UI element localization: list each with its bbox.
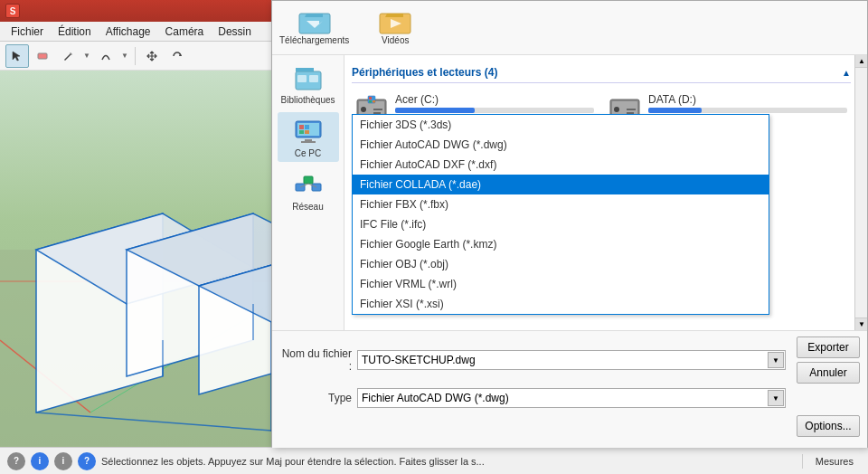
menu-camera[interactable]: Caméra [158, 24, 212, 40]
export-buttons: Exporter Annuler [791, 337, 860, 384]
file-sidebar: Bibliothèques [272, 55, 344, 330]
status-icon-2[interactable]: i [31, 452, 49, 470]
status-icon-4[interactable]: ? [78, 452, 96, 470]
svg-rect-0 [38, 53, 47, 59]
status-icon-3[interactable]: i [54, 452, 72, 470]
type-input-wrap: Fichier AutoCAD DWG (*.dwg) ▼ [357, 388, 786, 408]
type-label: Type [279, 392, 352, 404]
file-nav-area: Téléchargements Vidéos [272, 1, 867, 55]
filename-input-wrap: ▼ [357, 350, 786, 370]
status-divider [802, 454, 803, 469]
dropdown-item-4[interactable]: Fichier FBX (*.fbx) [353, 194, 769, 214]
filename-input[interactable] [357, 350, 786, 370]
svg-rect-25 [297, 75, 307, 82]
dropdown-item-5[interactable]: IFC File (*.ifc) [353, 214, 769, 234]
svg-rect-43 [373, 109, 382, 110]
sidebar-network[interactable]: Réseau [278, 166, 339, 215]
downloads-folder[interactable]: Téléchargements [279, 6, 349, 45]
filename-row: Nom du fichier : ▼ Exporter Annuler [279, 337, 860, 384]
app-icon: S [5, 4, 20, 18]
scroll-down-btn[interactable]: ▼ [855, 318, 867, 330]
svg-rect-33 [305, 139, 312, 141]
svg-rect-46 [369, 97, 372, 100]
dropdown-item-2[interactable]: Fichier AutoCAD DXF (*.dxf) [353, 155, 769, 175]
export-button[interactable]: Exporter [797, 337, 860, 358]
dropdown-item-7[interactable]: Fichier OBJ (*.obj) [353, 254, 769, 274]
cancel-button[interactable]: Annuler [797, 362, 860, 384]
svg-rect-34 [301, 141, 316, 143]
svg-rect-29 [299, 125, 304, 129]
arc-dropdown[interactable]: ▼ [119, 44, 130, 68]
filename-arrow[interactable]: ▼ [768, 352, 784, 368]
svg-rect-24 [296, 68, 314, 71]
scroll-up-btn[interactable]: ▲ [855, 55, 867, 68]
move-tool[interactable] [140, 44, 164, 68]
rotate-tool[interactable] [165, 44, 189, 68]
separator-1 [135, 47, 136, 65]
drive-c-bar [395, 108, 475, 113]
svg-rect-47 [373, 97, 375, 100]
svg-rect-30 [305, 125, 309, 129]
svg-rect-31 [299, 130, 304, 134]
menu-affichage[interactable]: Affichage [99, 24, 158, 40]
type-arrow[interactable]: ▼ [768, 390, 784, 406]
svg-rect-49 [373, 100, 375, 103]
type-dropdown[interactable]: Fichier 3DS (*.3ds) Fichier AutoCAD DWG … [352, 114, 769, 315]
status-message: Sélectionnez les objets. Appuyez sur Maj… [101, 456, 797, 467]
menu-fichier[interactable]: Fichier [4, 24, 51, 40]
dropdown-item-6[interactable]: Fichier Google Earth (*.kmz) [353, 234, 769, 254]
svg-rect-37 [304, 176, 313, 184]
sidebar-libraries[interactable]: Bibliothèques [278, 59, 339, 109]
type-row: Type Fichier AutoCAD DWG (*.dwg) ▼ [279, 388, 860, 408]
svg-rect-32 [305, 130, 309, 134]
select-tool[interactable] [5, 44, 29, 68]
dropdown-item-9[interactable]: Fichier XSI (*.xsi) [353, 294, 769, 314]
dropdown-item-8[interactable]: Fichier VRML (*.wrl) [353, 274, 769, 294]
svg-rect-52 [614, 107, 619, 112]
svg-rect-26 [309, 75, 318, 82]
status-mesures: Mesures [808, 456, 861, 467]
dropdown-item-0[interactable]: Fichier 3DS (*.3ds) [353, 115, 769, 135]
status-bar: ? i i ? Sélectionnez les objets. Appuyez… [0, 447, 868, 474]
sidebar-this-pc[interactable]: Ce PC [278, 112, 339, 162]
menu-dessin[interactable]: Dessin [211, 24, 259, 40]
filename-label: Nom du fichier : [279, 347, 352, 373]
menu-edition[interactable]: Édition [51, 24, 99, 40]
drive-d-bar [648, 108, 702, 113]
pencil-tool[interactable] [56, 44, 80, 68]
dropdown-item-1[interactable]: Fichier AutoCAD DWG (*.dwg) [353, 135, 769, 155]
eraser-tool[interactable] [31, 44, 54, 68]
status-icon-1[interactable]: ? [7, 452, 25, 470]
svg-rect-48 [369, 100, 372, 103]
pencil-dropdown[interactable]: ▼ [81, 44, 92, 68]
arc-tool[interactable] [94, 44, 118, 68]
panel-scrollbar[interactable]: ▲ ▼ [854, 55, 867, 330]
file-form: Nom du fichier : ▼ Exporter Annuler Type… [272, 330, 867, 448]
file-browser-panel: Téléchargements Vidéos [271, 0, 868, 447]
videos-folder[interactable]: Vidéos [378, 6, 412, 45]
svg-rect-42 [361, 107, 366, 112]
svg-rect-53 [627, 109, 636, 110]
type-input[interactable]: Fichier AutoCAD DWG (*.dwg) [357, 388, 786, 408]
peripheriques-header: Périphériques et lecteurs (4) ▲ [352, 62, 851, 83]
dropdown-item-3[interactable]: Fichier COLLADA (*.dae) [353, 175, 769, 194]
options-button[interactable]: Options... [797, 415, 860, 437]
